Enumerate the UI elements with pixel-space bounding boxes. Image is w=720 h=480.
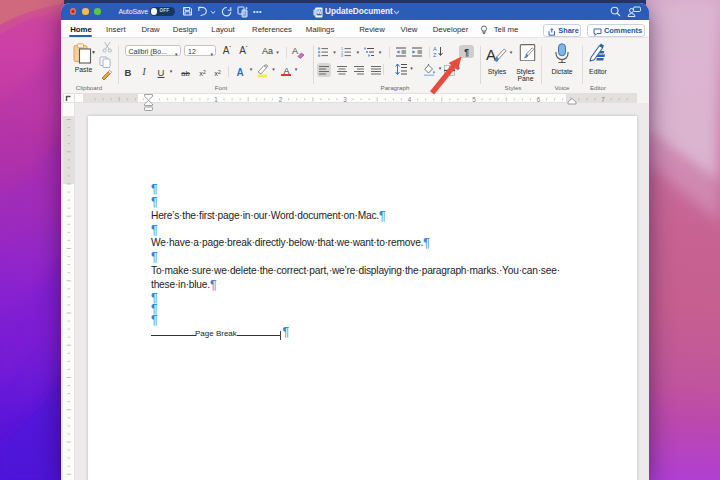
svg-text:3: 3	[343, 96, 347, 103]
svg-text:4: 4	[408, 96, 412, 103]
svg-text:6: 6	[537, 96, 541, 103]
svg-text:7: 7	[601, 96, 605, 103]
svg-text:1: 1	[214, 96, 218, 103]
svg-text:3: 3	[341, 54, 343, 57]
svg-text:2: 2	[279, 96, 283, 103]
svg-text:W: W	[316, 9, 322, 15]
